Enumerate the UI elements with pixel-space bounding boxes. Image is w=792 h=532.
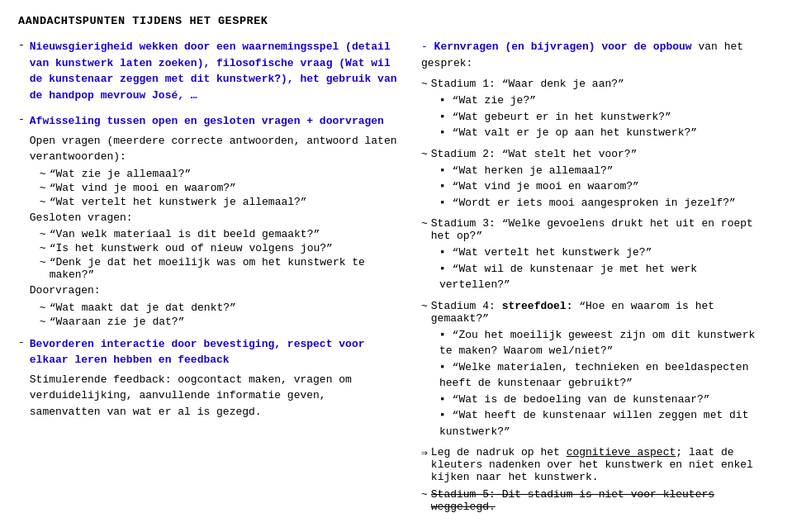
stadium-3-bullets: “Wat vertelt het kunstwerk je?” “Wat wil…: [439, 245, 774, 293]
tilde-text-6: “Denk je dat het moeilijk was om het kun…: [50, 256, 398, 281]
stadium-4-header: ~ Stadium 4: streefdoel: “Hoe en waarom …: [421, 300, 774, 325]
page-container: AANDACHTSPUNTEN TIJDENS HET GESPREK - Ni…: [18, 15, 774, 520]
section-3-text: Stimulerende feedback: oogcontact maken,…: [30, 372, 398, 420]
tilde-row-3: ~ “Wat vertelt het kunstwerk je allemaal…: [40, 196, 398, 208]
tilde-st1: ~: [421, 78, 428, 90]
stadium-5-label: Stadium 5: Dit stadium is niet voor kleu…: [431, 488, 774, 513]
tilde-text-5: “Is het kunstwerk oud of nieuw volgens j…: [50, 242, 333, 254]
tilde-text-3: “Wat vertelt het kunstwerk je allemaal?”: [50, 196, 307, 208]
st4-bullet-1: “Zou het moeilijk geweest zijn om dit ku…: [439, 327, 774, 359]
tilde-row-2: ~ “Wat vind je mooi en waarom?”: [40, 182, 398, 194]
tilde-row-4: ~ “Van welk materiaal is dit beeld gemaa…: [40, 228, 398, 240]
tilde-sym-8: ~: [40, 316, 46, 328]
tilde-text-2: “Wat vind je mooi en waarom?”: [50, 182, 236, 194]
section-3: - Bevorderen interactie door bevestiging…: [18, 336, 398, 423]
right-dash: -: [421, 40, 434, 53]
stadium-3-header: ~ Stadium 3: “Welke gevoelens drukt het …: [421, 217, 774, 242]
kernvragen-heading: Kernvragen (en bijvragen) voor de opbouw: [434, 40, 692, 53]
left-column: - Nieuwsgierigheid wekken door een waarn…: [18, 39, 398, 520]
cognitieve-aspect: cognitieve aspect: [567, 446, 676, 458]
section-2-body: Afwisseling tussen open en gesloten vrag…: [30, 113, 398, 330]
stadium-2-header: ~ Stadium 2: “Wat stelt het voor?”: [421, 148, 774, 160]
st1-bullet-2: “Wat gebeurt er in het kunstwerk?”: [439, 109, 774, 126]
st3-bullet-1: “Wat vertelt het kunstwerk je?”: [439, 245, 774, 261]
st1-bullet-3: “Wat valt er je op aan het kunstwerk?”: [439, 125, 774, 141]
dash-3: -: [18, 336, 25, 423]
tilde-st2: ~: [421, 148, 428, 160]
stadium-4-bullets: “Zou het moeilijk geweest zijn om dit ku…: [439, 327, 774, 440]
tilde-row-5: ~ “Is het kunstwerk oud of nieuw volgens…: [40, 242, 398, 254]
open-vragen-intro: Open vragen (meerdere correcte antwoorde…: [30, 133, 398, 165]
section-1: - Nieuwsgierigheid wekken door een waarn…: [18, 39, 398, 107]
st2-bullet-3: “Wordt er iets mooi aangesproken in jeze…: [439, 195, 774, 211]
stadium-2-section: ~ Stadium 2: “Wat stelt het voor?” “Wat …: [421, 148, 774, 211]
stadium-2-bullets: “Wat herken je allemaal?” “Wat vind je m…: [439, 163, 774, 211]
gesloten-vragen-intro: Gesloten vragen:: [30, 210, 398, 226]
section-2-heading: Afwisseling tussen open en gesloten vrag…: [30, 113, 398, 130]
st2-bullet-2: “Wat vind je mooi en waarom?”: [439, 178, 774, 195]
tilde-st4: ~: [421, 300, 428, 312]
stadium-1-section: ~ Stadium 1: “Waar denk je aan?” “Wat zi…: [421, 78, 774, 141]
arrow-section: ⇒ Leg de nadruk op het cognitieve aspect…: [421, 446, 774, 483]
tilde-text-1: “Wat zie je allemaal?”: [50, 168, 192, 180]
stadium-4-label: Stadium 4: streefdoel: “Hoe en waarom is…: [431, 300, 774, 325]
streefdoel-word: streefdoel:: [502, 300, 573, 312]
tilde-sym-4: ~: [40, 228, 46, 240]
tilde-text-4: “Van welk materiaal is dit beeld gemaakt…: [50, 228, 320, 240]
tilde-row-6: ~ “Denk je dat het moeilijk was om het k…: [40, 256, 398, 281]
feedback-word: feedback: [178, 354, 229, 366]
section-2: - Afwisseling tussen open en gesloten vr…: [18, 113, 398, 330]
st4-bullet-4: “Wat heeft de kunstenaar willen zeggen m…: [439, 407, 774, 439]
tilde-sym-3: ~: [40, 196, 46, 208]
section-3-heading: Bevorderen interactie door bevestiging, …: [30, 336, 398, 368]
section-1-heading: Nieuwsgierigheid wekken door een waarnem…: [30, 39, 398, 103]
section-1-body: Nieuwsgierigheid wekken door een waarnem…: [30, 39, 398, 107]
tilde-sym-2: ~: [40, 182, 46, 194]
tilde-text-8: “Waaraan zie je dat?”: [50, 316, 185, 328]
arrow-text: Leg de nadruk op het cognitieve aspect; …: [431, 446, 774, 483]
stadium-1-header: ~ Stadium 1: “Waar denk je aan?”: [421, 78, 774, 90]
tilde-sym-1: ~: [40, 168, 46, 180]
dash-2: -: [18, 113, 25, 330]
tilde-sym-5: ~: [40, 242, 46, 254]
right-header-section: - Kernvragen (en bijvragen) voor de opbo…: [421, 39, 774, 71]
dash-1: -: [18, 39, 25, 107]
right-column: - Kernvragen (en bijvragen) voor de opbo…: [421, 39, 774, 520]
stadium-3-label: Stadium 3: “Welke gevoelens drukt het ui…: [431, 217, 774, 242]
st1-bullet-1: “Wat zie je?”: [439, 93, 774, 109]
arrow-symbol: ⇒: [421, 446, 428, 459]
tilde-sym-7: ~: [40, 302, 46, 314]
st4-bullet-2: “Welke materialen, technieken en beeldas…: [439, 359, 774, 392]
main-layout: - Nieuwsgierigheid wekken door een waarn…: [18, 39, 774, 520]
doorvragen-intro: Doorvragen:: [30, 283, 398, 299]
tilde-row-1: ~ “Wat zie je allemaal?”: [40, 168, 398, 180]
st4-bullet-3: “Wat is de bedoeling van de kunstenaar?”: [439, 392, 774, 408]
st3-bullet-2: “Wat wil de kunstenaar je met het werk v…: [439, 261, 774, 293]
stadium-1-bullets: “Wat zie je?” “Wat gebeurt er in het kun…: [439, 93, 774, 141]
stadium-2-label: Stadium 2: “Wat stelt het voor?”: [431, 148, 638, 160]
tilde-row-8: ~ “Waaraan zie je dat?”: [40, 316, 398, 328]
tilde-sym-6: ~: [40, 256, 46, 281]
stadium-1-label: Stadium 1: “Waar denk je aan?”: [431, 78, 624, 90]
right-header-text: - Kernvragen (en bijvragen) voor de opbo…: [421, 39, 774, 71]
stadium-5-section: ~ Stadium 5: Dit stadium is niet voor kl…: [421, 488, 774, 513]
stadium-5-header: ~ Stadium 5: Dit stadium is niet voor kl…: [421, 488, 774, 513]
stadium-4-section: ~ Stadium 4: streefdoel: “Hoe en waarom …: [421, 300, 774, 440]
page-title: AANDACHTSPUNTEN TIJDENS HET GESPREK: [18, 15, 774, 27]
st2-bullet-1: “Wat herken je allemaal?”: [439, 163, 774, 179]
stadium-3-section: ~ Stadium 3: “Welke gevoelens drukt het …: [421, 217, 774, 293]
tilde-row-7: ~ “Wat maakt dat je dat denkt?”: [40, 302, 398, 314]
section-3-body: Bevorderen interactie door bevestiging, …: [30, 336, 398, 423]
tilde-st5: ~: [421, 488, 428, 501]
tilde-st3: ~: [421, 217, 428, 230]
tilde-text-7: “Wat maakt dat je dat denkt?”: [50, 302, 236, 314]
